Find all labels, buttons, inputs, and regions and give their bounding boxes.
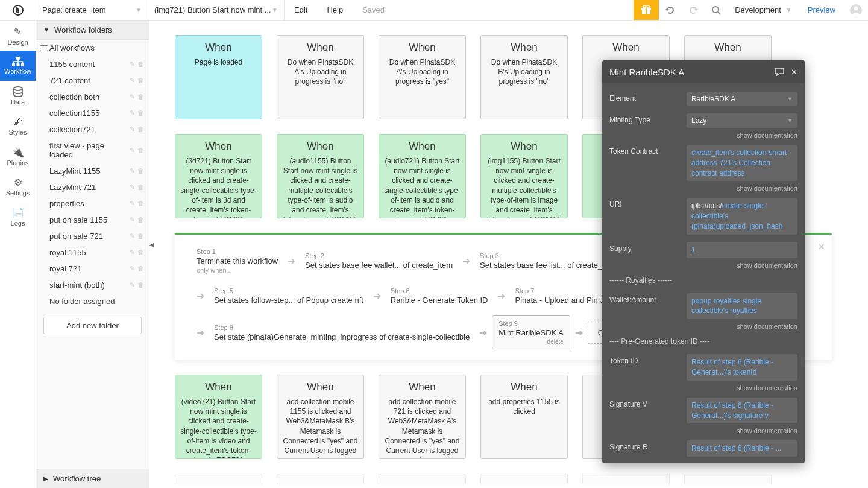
close-expanded-icon[interactable]: ×	[818, 241, 825, 253]
edit-icon[interactable]: ✎	[130, 60, 135, 68]
folders-header[interactable]: ▼ Workflow folders	[36, 21, 149, 40]
trash-icon[interactable]: 🗑	[137, 249, 144, 256]
preview-button[interactable]: Preview	[799, 0, 844, 20]
show-docs-link[interactable]: show documentation	[602, 323, 805, 332]
trash-icon[interactable]: 🗑	[137, 109, 144, 117]
event-card[interactable]: When(img1155) Button Start now mint sing…	[480, 134, 568, 218]
edit-icon[interactable]: ✎	[130, 109, 135, 117]
trash-icon[interactable]: 🗑	[137, 200, 144, 208]
trash-icon[interactable]: 🗑	[137, 147, 144, 154]
trash-icon[interactable]: 🗑	[137, 93, 144, 101]
event-card[interactable]: WhenDo when PinataSDK B's Uploading in p…	[480, 35, 568, 119]
properties-header[interactable]: Mint RaribleSDK A ✕	[602, 60, 805, 83]
edit-icon[interactable]: ✎	[130, 147, 135, 154]
folder-no-folder[interactable]: No folder assigned	[36, 293, 149, 309]
element-dropdown[interactable]: RaribleSDK A▼	[687, 92, 797, 106]
folder-item[interactable]: 1155 content✎🗑	[36, 56, 149, 72]
edit-icon[interactable]: ✎	[130, 77, 135, 84]
token-contract-input[interactable]: create_item's collection-smart-address-7…	[687, 145, 797, 181]
add-folder-button[interactable]: Add new folder	[43, 317, 142, 334]
nav-styles[interactable]: 🖌Styles	[0, 111, 36, 141]
edit-icon[interactable]: ✎	[130, 93, 135, 101]
uri-input[interactable]: ipfs://ipfs/create-single-collectible's …	[687, 198, 797, 234]
sigv-input[interactable]: Result of step 6 (Rarible - Generat...)'…	[687, 398, 797, 424]
logo[interactable]	[0, 0, 36, 20]
wallet-amount-input[interactable]: popup royalties single collectible's roy…	[687, 293, 797, 320]
event-card[interactable]	[175, 474, 262, 484]
close-icon[interactable]: ✕	[791, 68, 797, 77]
event-card[interactable]	[684, 474, 772, 484]
folder-item[interactable]: collection1155✎🗑	[36, 105, 149, 121]
tree-header[interactable]: ▶ Workflow tree	[36, 469, 149, 488]
nav-plugins[interactable]: 🔌Plugins	[0, 141, 36, 171]
trash-icon[interactable]: 🗑	[137, 232, 144, 240]
search-icon[interactable]	[705, 0, 728, 20]
page-selector[interactable]: Page: create_item ▼	[36, 0, 148, 20]
token-id-input[interactable]: Result of step 6 (Rarible - Generat...)'…	[687, 354, 797, 381]
step-5[interactable]: Step 5 Set states follow-step... of Popu…	[209, 285, 368, 307]
event-card[interactable]: WhenDo when PinataSDK A's Uploading in p…	[379, 35, 466, 119]
trash-icon[interactable]: 🗑	[137, 216, 144, 224]
edit-icon[interactable]: ✎	[130, 232, 135, 240]
supply-input[interactable]: 1	[687, 242, 797, 258]
user-avatar[interactable]	[844, 0, 868, 20]
folder-item[interactable]: collection721✎🗑	[36, 121, 149, 138]
folder-item[interactable]: LazyMint 721✎🗑	[36, 179, 149, 195]
environment-selector[interactable]: Development ▼	[728, 0, 799, 20]
edit-icon[interactable]: ✎	[130, 183, 135, 191]
show-docs-link[interactable]: show documentation	[602, 132, 805, 141]
step-1[interactable]: Step 1 Terminate this workflow only when…	[192, 246, 283, 276]
sigr-input[interactable]: Result of step 6 (Rarible - ...	[687, 440, 797, 457]
folder-item[interactable]: put on sale 721✎🗑	[36, 228, 149, 244]
folder-item[interactable]: royal 1155✎🗑	[36, 244, 149, 261]
element-selector[interactable]: (img721) Button Start now mint ... ▼	[148, 0, 285, 20]
folder-item[interactable]: start-mint (both)✎🗑	[36, 277, 149, 293]
folder-item[interactable]: collection both✎🗑	[36, 89, 149, 105]
event-card[interactable]: When(audio1155) Button Start now mint si…	[277, 134, 364, 218]
event-card[interactable]: Whenadd collection mobile 1155 is clicke…	[277, 375, 364, 459]
folder-item[interactable]: royal 721✎🗑	[36, 261, 149, 277]
edit-icon[interactable]: ✎	[130, 167, 135, 175]
folder-all-workflows[interactable]: All workflows	[36, 40, 149, 56]
undo-icon[interactable]	[659, 0, 682, 20]
nav-workflow[interactable]: Workflow	[0, 51, 36, 81]
show-docs-link[interactable]: show documentation	[602, 384, 805, 394]
delete-step[interactable]: delete	[498, 338, 564, 345]
nav-settings[interactable]: ⚙Settings	[0, 171, 36, 201]
minting-dropdown[interactable]: Lazy▼	[687, 113, 797, 128]
comment-icon[interactable]	[774, 66, 785, 77]
folder-item[interactable]: first view - page loaded✎🗑	[36, 138, 149, 163]
event-card[interactable]: When(video721) Button Start now mint sin…	[175, 375, 262, 459]
trash-icon[interactable]: 🗑	[137, 125, 144, 133]
show-docs-link[interactable]: show documentation	[602, 262, 805, 271]
event-card[interactable]: WhenDo when PinataSDK A's Uploading in p…	[277, 35, 364, 119]
step-9-selected[interactable]: Step 9 Mint RaribleSDK A delete	[492, 315, 570, 349]
step-3[interactable]: Step 3 Set states base fee list... of cr…	[475, 250, 622, 272]
redo-icon[interactable]	[682, 0, 705, 20]
event-card[interactable]: Whenadd collection mobile 721 is clicked…	[379, 375, 466, 459]
trash-icon[interactable]: 🗑	[137, 60, 144, 68]
edit-icon[interactable]: ✎	[130, 200, 135, 208]
edit-icon[interactable]: ✎	[130, 249, 135, 256]
nav-design[interactable]: ✎Design	[0, 21, 36, 51]
step-8[interactable]: Step 8 Set state (pinata)Generate_mintin…	[209, 322, 474, 344]
help-menu[interactable]: Help	[317, 0, 353, 20]
trash-icon[interactable]: 🗑	[137, 167, 144, 175]
show-docs-link[interactable]: show documentation	[602, 185, 805, 194]
edit-icon[interactable]: ✎	[130, 216, 135, 224]
show-docs-link[interactable]: show documentation	[602, 427, 805, 437]
edit-menu[interactable]: Edit	[285, 0, 317, 20]
step-6[interactable]: Step 6 Rarible - Generate Token ID	[386, 285, 493, 307]
edit-icon[interactable]: ✎	[130, 265, 135, 273]
event-card[interactable]: Whenadd properties 1155 is clicked	[480, 375, 568, 459]
trash-icon[interactable]: 🗑	[137, 183, 144, 191]
folder-item[interactable]: 721 content✎🗑	[36, 72, 149, 89]
collapse-sidebar-icon[interactable]: ◀	[149, 241, 154, 247]
folder-item[interactable]: LazyMint 1155✎🗑	[36, 163, 149, 179]
gift-icon[interactable]	[634, 0, 659, 20]
step-2[interactable]: Step 2 Set states base fee wallet... of …	[300, 250, 458, 272]
event-card[interactable]	[277, 474, 364, 484]
event-card[interactable]	[582, 474, 670, 484]
edit-icon[interactable]: ✎	[130, 281, 135, 289]
event-card[interactable]: When(3d721) Button Start now mint single…	[175, 134, 262, 218]
